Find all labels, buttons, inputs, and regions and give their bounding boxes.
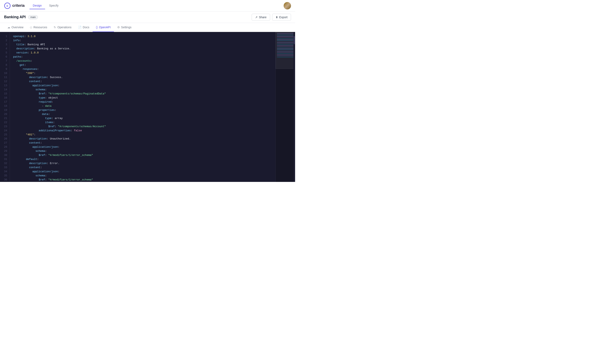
line-number-19: 19 [0,108,10,112]
code-line-11: description: Success. [13,75,275,79]
code-line-2: info: [13,39,275,43]
tab-resources[interactable]: ◇ Resources [27,23,50,32]
logo[interactable]: c criteria [4,2,25,9]
openapi-icon: {} [96,26,98,29]
code-content[interactable]: openapi: 3.1.0info: title: Banking API d… [10,32,275,182]
code-line-26: description: Unauthorized. [13,137,275,141]
line-number-36: 36 [0,178,10,182]
line-number-27: 27 [0,141,10,145]
line-number-29: 29 [0,149,10,153]
code-line-20: data: [13,112,275,116]
line-number-33: 33 [0,166,10,170]
code-line-33: content: [13,166,275,170]
code-line-12: content: [13,79,275,84]
line-number-12: 12 [0,79,10,84]
minimap-content [276,32,295,58]
avatar-image [284,2,291,9]
scrollbar-track [294,32,295,182]
line-number-15: 15 [0,92,10,96]
line-number-1: 1 [0,34,10,39]
line-number-32: 32 [0,161,10,166]
line-number-2: 2 [0,39,10,43]
tab-operations[interactable]: ↻ Operations [50,23,75,32]
tab-openapi-label: OpenAPI [99,26,111,29]
top-nav: c criteria Design Specify [0,0,295,12]
line-number-10: 10 [0,71,10,75]
code-line-6: paths: [13,55,275,59]
line-number-21: 21 [0,116,10,120]
line-number-16: 16 [0,96,10,100]
sub-header-right: ↗ Share ⬇ Export [252,14,291,21]
line-number-30: 30 [0,153,10,157]
sub-header: Banking API main ↗ Share ⬇ Export [0,12,295,23]
code-line-17: required: [13,100,275,104]
code-line-21: type: array [13,116,275,120]
line-number-22: 22 [0,120,10,124]
share-label: Share [259,16,266,19]
share-button[interactable]: ↗ Share [252,14,270,21]
user-avatar[interactable] [284,2,291,9]
operations-icon: ↻ [54,26,56,29]
tab-overview-label: Overview [12,26,23,29]
line-number-28: 28 [0,145,10,149]
overview-icon: ☁ [7,26,10,29]
code-line-19: properties: [13,108,275,112]
code-line-13: application/json: [13,84,275,88]
code-line-25: "401": [13,133,275,137]
line-number-18: 18 [0,104,10,108]
line-number-34: 34 [0,170,10,174]
code-line-30: $ref: "#/modifiers/1/error_schema" [13,153,275,157]
docs-icon: 📄 [78,26,82,29]
code-line-24: additionalProperties: false [13,129,275,133]
code-line-22: items: [13,120,275,124]
code-line-10: "200": [13,71,275,75]
line-number-23: 23 [0,124,10,129]
nav-tab-specify[interactable]: Specify [46,2,62,9]
line-number-11: 11 [0,75,10,79]
line-number-25: 25 [0,133,10,137]
export-label: Export [279,16,288,19]
code-line-1: openapi: 3.1.0 [13,34,275,39]
code-line-9: responses: [13,67,275,71]
line-number-24: 24 [0,129,10,133]
line-number-31: 31 [0,157,10,161]
code-line-34: application/json: [13,170,275,174]
line-number-9: 9 [0,67,10,71]
line-number-17: 17 [0,100,10,104]
line-number-7: 7 [0,59,10,63]
code-line-29: schema: [13,149,275,153]
tab-overview[interactable]: ☁ Overview [4,23,27,32]
tab-docs-label: Docs [83,26,89,29]
code-line-7: /accounts: [13,59,275,63]
tab-settings[interactable]: ⚙ Settings [114,23,135,32]
code-line-31: default: [13,157,275,161]
line-numbers: 1234567891011121314151617181920212223242… [0,32,10,182]
line-number-8: 8 [0,63,10,67]
line-number-4: 4 [0,47,10,51]
branch-badge[interactable]: main [28,15,38,19]
export-icon: ⬇ [276,16,278,19]
main-nav-tabs: Design Specify [30,2,62,9]
line-number-20: 20 [0,112,10,116]
scrollbar-thumb[interactable] [294,36,295,44]
code-line-32: description: Error. [13,161,275,166]
brand-name: criteria [12,3,25,8]
code-line-36: $ref: "#/modifiers/1/error_schema" [13,178,275,182]
tab-bar: ☁ Overview ◇ Resources ↻ Operations 📄 Do… [0,23,295,32]
code-line-16: type: object [13,96,275,100]
code-line-8: get: [13,63,275,67]
tab-settings-label: Settings [121,26,131,29]
minimap [275,32,295,182]
line-number-3: 3 [0,43,10,47]
settings-icon: ⚙ [117,26,120,29]
export-button[interactable]: ⬇ Export [272,14,291,21]
line-number-13: 13 [0,84,10,88]
tab-docs[interactable]: 📄 Docs [75,23,93,32]
code-line-3: title: Banking API [13,43,275,47]
code-line-4: description: Banking as a Service. [13,47,275,51]
nav-tab-design[interactable]: Design [30,2,45,9]
line-number-14: 14 [0,88,10,92]
code-line-35: schema: [13,174,275,178]
sub-header-left: Banking API main [4,15,38,19]
tab-openapi[interactable]: {} OpenAPI [93,23,114,32]
